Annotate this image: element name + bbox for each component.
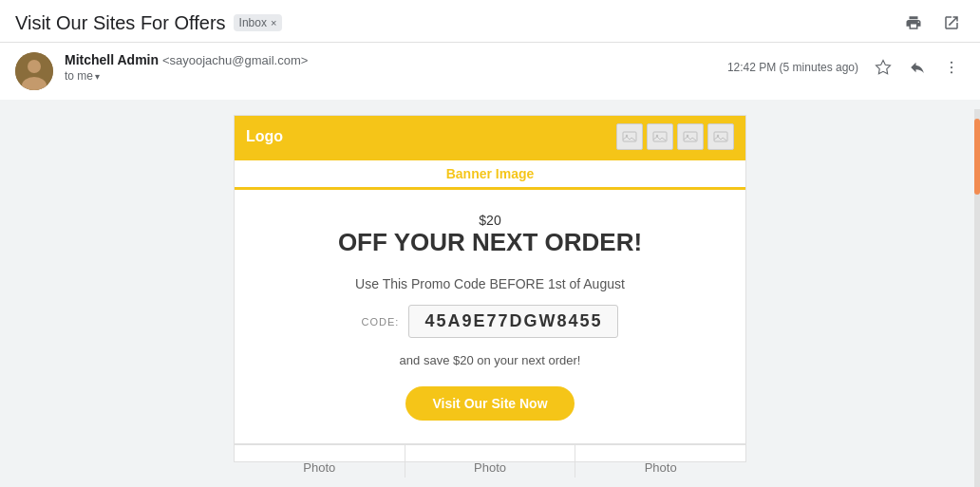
scroll-thumb[interactable] <box>974 119 980 195</box>
sender-info-area: Mitchell Admin <sayoojachu@gmail.com> to… <box>15 52 308 90</box>
to-me-dropdown[interactable]: to me ▾ <box>65 69 308 83</box>
email-subject: Visit Our Sites For Offers <box>15 12 226 34</box>
star-button[interactable] <box>870 54 896 81</box>
to-me-label: to me <box>65 69 93 83</box>
svg-point-1 <box>28 60 41 73</box>
promo-title: OFF YOUR NEXT ORDER! <box>254 228 726 257</box>
sender-name: Mitchell Admin <box>65 52 159 67</box>
email-container: Logo Banner Image $20 <box>234 115 746 462</box>
promo-code: 45A9E77DGW8455 <box>408 305 618 338</box>
top-actions <box>900 9 965 36</box>
reply-button[interactable] <box>904 54 931 81</box>
sender-details: Mitchell Admin <sayoojachu@gmail.com> to… <box>65 52 308 83</box>
promo-code-row: CODE: 45A9E77DGW8455 <box>254 305 726 338</box>
sender-right-area: 12:42 PM (5 minutes ago) <box>727 52 965 81</box>
remove-badge-button[interactable]: × <box>271 17 276 28</box>
image-placeholder-2 <box>647 123 673 150</box>
svg-point-4 <box>951 66 952 68</box>
promo-subtitle: Use This Promo Code BEFORE 1st of August <box>254 276 726 291</box>
print-button[interactable] <box>900 9 927 36</box>
action-icons <box>870 54 965 81</box>
svg-point-3 <box>951 62 952 64</box>
header-image-placeholders <box>616 123 734 150</box>
banner-text: Banner Image <box>446 166 535 181</box>
logo-text: Logo <box>246 128 283 145</box>
image-placeholder-3 <box>677 123 704 150</box>
photo-col-1: Photo Precision engineered <box>235 445 405 478</box>
sender-row: Mitchell Admin <sayoojachu@gmail.com> to… <box>0 43 980 100</box>
email-logo-header: Logo <box>235 116 745 158</box>
promo-section: $20 OFF YOUR NEXT ORDER! Use This Promo … <box>235 190 745 444</box>
more-options-button[interactable] <box>938 54 965 81</box>
sender-email: <sayoojachu@gmail.com> <box>162 53 308 67</box>
save-text: and save $20 on your next order! <box>254 353 726 367</box>
subject-area: Visit Our Sites For Offers Inbox × <box>15 12 282 34</box>
banner-row: Banner Image <box>235 158 745 190</box>
email-top-bar: Visit Our Sites For Offers Inbox × <box>0 0 980 43</box>
photo-col-3: Photo Greatly suits any need <box>575 445 745 478</box>
inbox-badge: Inbox × <box>234 14 283 31</box>
timestamp: 12:42 PM (5 minutes ago) <box>727 61 858 74</box>
photo-label-2: Photo <box>415 460 566 475</box>
image-placeholder-4 <box>707 123 734 150</box>
code-label: CODE: <box>362 316 400 328</box>
photo-section: Photo Precision engineered Photo Ecologi… <box>235 444 745 478</box>
image-placeholder-1 <box>616 123 643 150</box>
scroll-bar <box>974 109 980 487</box>
promo-amount: $20 <box>254 213 726 228</box>
photo-col-2: Photo Ecologically sustainable <box>405 445 576 478</box>
email-body: Logo Banner Image $20 <box>0 100 980 478</box>
svg-point-5 <box>951 71 952 73</box>
photo-label-3: Photo <box>585 460 736 475</box>
avatar <box>15 52 53 90</box>
inbox-label: Inbox <box>239 16 267 29</box>
visit-site-button[interactable]: Visit Our Site Now <box>405 386 574 421</box>
photo-label-1: Photo <box>244 460 395 475</box>
expand-button[interactable] <box>938 9 965 36</box>
chevron-down-icon: ▾ <box>95 71 100 82</box>
